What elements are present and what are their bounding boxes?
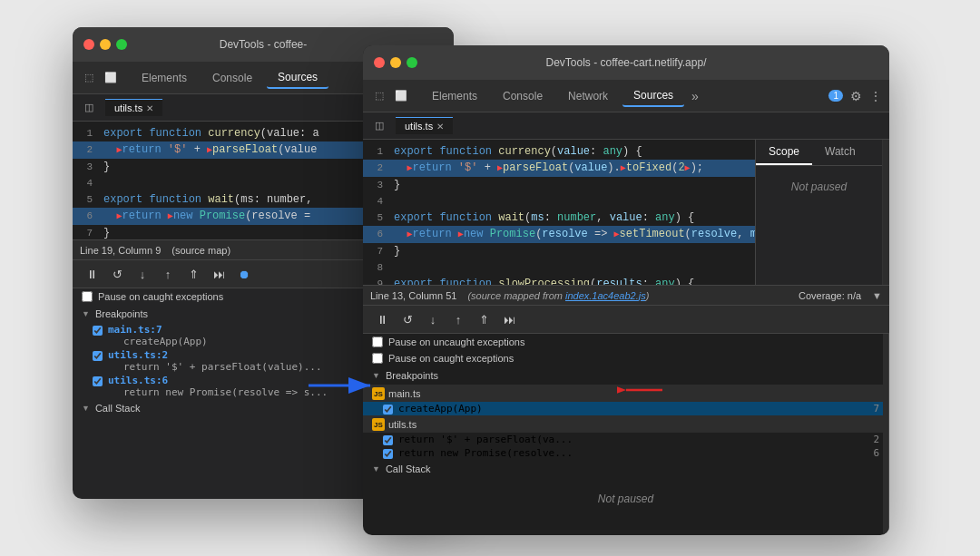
bp-group-name-utils: utils.ts [388,419,416,430]
traffic-lights-front [374,57,417,68]
device-icon-front[interactable]: ⬜ [392,87,410,105]
bp-label-front: Breakpoints [386,370,438,381]
step-out-back[interactable]: ⇑ [183,264,203,284]
chevron-bp-front: ▼ [372,371,380,380]
pause-uncaught-row: Pause on uncaught exceptions [363,334,888,350]
step-over-back[interactable]: ↓ [132,264,152,284]
sidebar-toggle-back[interactable]: ◫ [80,99,98,117]
close-tab-back[interactable]: ✕ [146,103,153,113]
callstack-header-front[interactable]: ▼ Call Stack [363,460,888,478]
inspect-icon[interactable]: ⬚ [80,69,98,87]
close-tab-front[interactable]: ✕ [436,122,444,132]
window-title-front: DevTools - coffee-cart.netlify.app/ [546,56,707,69]
pause-caught-row-front: Pause on caught exceptions [363,350,888,366]
tab-elements-front[interactable]: Elements [421,86,488,106]
bp-header-front[interactable]: ▼ Breakpoints [363,366,888,385]
file-icon-utils: JS [372,418,385,431]
pause-caught-checkbox-front[interactable] [372,353,383,364]
scope-tab[interactable]: Scope [756,140,812,165]
pause-btn-back[interactable]: ⏸ [82,264,102,284]
pause-uncaught-label: Pause on uncaught exceptions [388,337,524,347]
device-icon[interactable]: ⬜ [102,69,120,87]
traffic-lights-back [83,39,127,50]
file-icon-main: JS [372,387,385,400]
f-line-1: 1 export function currency(value: any) { [363,143,755,160]
watch-tab[interactable]: Watch [812,140,868,165]
minimize-button-front[interactable] [390,57,401,68]
bp-check-utils6-back[interactable] [93,376,103,386]
bp-line-utils2-front: 2 [873,434,879,445]
f-line-5: 5 export function wait(ms: number, value… [363,210,755,226]
tab-sources-front[interactable]: Sources [622,85,684,107]
f-line-3: 3 } [363,177,755,193]
bp-check-utils2-front[interactable] [383,435,393,445]
close-button-front[interactable] [374,57,385,68]
coverage-expand[interactable]: ▼ [872,290,882,301]
breakpoints-label-back: Breakpoints [95,308,148,319]
bp-check-utils2-back[interactable] [93,351,103,361]
not-paused-msg: Not paused [756,166,882,208]
step-into-back[interactable]: ↑ [158,264,178,284]
bp-code-utils2-front: return '$' + parseFloat(va... [398,434,573,445]
f-line-2: 2 ▶return '$' + ▶parseFloat(value).▶toFi… [363,160,755,177]
tab-more-front[interactable]: » [688,89,702,103]
scope-watch-tabs: Scope Watch [756,140,882,166]
file-tab-utils-back[interactable]: utils.ts ✕ [105,99,162,116]
scrollbar-breakpoints[interactable] [883,334,888,535]
f-line-7: 7 } [363,243,755,259]
record-btn-back[interactable]: ⏺ [234,264,254,284]
settings-icon-front[interactable]: ⚙ [850,89,862,103]
tab-network-front[interactable]: Network [557,86,619,106]
inspect-icon-front[interactable]: ⬚ [370,87,388,105]
pause-caught-label-back: Pause on caught exceptions [98,291,223,302]
file-tab-icons-back: ◫ [80,99,98,117]
f-line-4: 4 [363,193,755,210]
resume-btn-back[interactable]: ↺ [107,264,127,284]
file-tab-name-back: utils.ts [114,102,142,113]
file-tab-utils-front[interactable]: utils.ts ✕ [396,117,453,134]
file-tab-icons-front: ◫ [370,117,388,135]
resume-btn-front[interactable]: ↺ [397,309,417,329]
sidebar-toggle-front[interactable]: ◫ [370,117,388,135]
f-line-6: 6 ▶return ▶new Promise(resolve => ▶setTi… [363,226,755,243]
deactivate-front[interactable]: ⏭ [499,309,519,329]
minimize-button-back[interactable] [100,39,111,50]
callstack-label-front: Call Stack [386,463,431,474]
breakpoints-panel-front: Pause on uncaught exceptions Pause on ca… [363,334,889,535]
close-button-back[interactable] [83,39,94,50]
bp-line-utils6-front: 6 [873,447,879,459]
debug-toolbar-front: ⏸ ↺ ↓ ↑ ⇑ ⏭ [363,305,889,334]
source-map-front: (source mapped from index.1ac4eab2.js) [467,290,649,301]
more-options-icon-front[interactable]: ⋮ [869,89,882,103]
pause-btn-front[interactable]: ⏸ [372,309,392,329]
maximize-button-back[interactable] [116,39,127,50]
bp-check-utils6-front[interactable] [383,449,393,459]
pause-uncaught-checkbox[interactable] [372,337,383,347]
step-into-front[interactable]: ↑ [448,309,468,329]
bp-check-main-back[interactable] [93,326,103,336]
step-out-front[interactable]: ⇑ [474,309,494,329]
bp-group-main: JS main.ts [363,385,888,402]
scrollbar-front[interactable] [882,140,889,285]
pause-caught-label-front: Pause on caught exceptions [388,353,514,364]
tab-console-back[interactable]: Console [201,68,263,88]
bp-item-utils6-front[interactable]: return new Promise(resolve... 6 [363,446,888,460]
step-over-front[interactable]: ↓ [423,309,443,329]
bp-code-utils6-back: return new Promise(resolve => s... [108,386,328,398]
bp-item-utils2-front[interactable]: return '$' + parseFloat(va... 2 [363,433,888,446]
chevron-breakpoints-back: ▼ [82,309,90,318]
bp-check-main-front[interactable] [383,405,393,415]
bp-item-main-front[interactable]: createApp(App) 7 [363,402,888,415]
pause-caught-checkbox-back[interactable] [82,291,93,302]
maximize-button-front[interactable] [407,57,417,68]
chevron-cs-front: ▼ [372,464,380,473]
tabbar-front: ⬚ ⬜ Elements Console Network Sources » 1… [363,80,889,112]
coverage-label: Coverage: n/a [799,290,861,301]
tab-console-front[interactable]: Console [492,86,554,106]
line-col-back: Line 19, Column 9 [80,245,161,256]
tab-sources-back[interactable]: Sources [267,67,328,89]
code-area-front: 1 export function currency(value: any) {… [363,140,755,285]
deactivate-back[interactable]: ⏭ [209,264,229,284]
source-map-link[interactable]: index.1ac4eab2.js [565,290,646,301]
tab-elements-back[interactable]: Elements [131,68,198,88]
